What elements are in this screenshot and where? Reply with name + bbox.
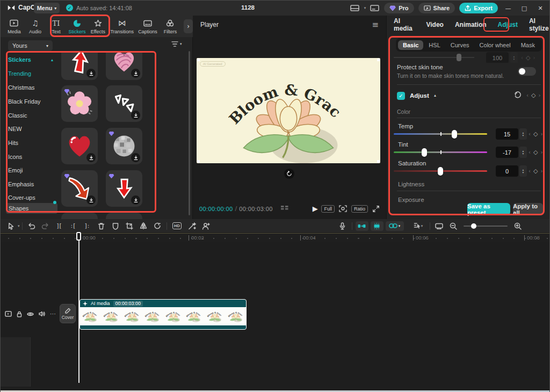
download-icon[interactable]	[86, 153, 96, 162]
mask-icon[interactable]	[108, 222, 122, 230]
tab-media[interactable]: Media	[4, 19, 25, 34]
saturation-slider[interactable]	[394, 170, 487, 172]
filter-button[interactable]: ▾	[171, 41, 182, 47]
sidebar-item-cover-ups[interactable]: Cover-ups	[8, 192, 56, 203]
crop-icon[interactable]	[122, 222, 136, 230]
sticker-tile-scribble-heart[interactable]	[106, 51, 142, 80]
sticker-tile-triangles[interactable]	[106, 85, 142, 122]
sticker-tile-pixel-moon[interactable]	[106, 128, 142, 164]
mirror-icon[interactable]	[136, 222, 150, 229]
download-icon[interactable]	[86, 195, 96, 205]
sticker-tile-red-arrow-down[interactable]	[106, 170, 142, 207]
library-scrollbar[interactable]	[189, 51, 190, 215]
tab-adjust[interactable]: Adjust	[498, 21, 518, 28]
fullscreen-icon[interactable]	[372, 205, 380, 213]
tint-stepper[interactable]: ▴▾	[519, 147, 527, 158]
lock-track-icon[interactable]	[17, 311, 22, 317]
undo-icon[interactable]	[25, 222, 39, 229]
delete-right-icon[interactable]: ]:	[81, 222, 95, 229]
protect-skin-tone-toggle[interactable]	[518, 67, 536, 76]
toggle-visibility-icon[interactable]	[27, 311, 34, 317]
tab-animation[interactable]: Animation	[455, 21, 487, 28]
cover-button[interactable]: Cover	[60, 304, 76, 323]
menu-button[interactable]: Menu ▾	[34, 3, 60, 13]
sidebar-item-shapes[interactable]: Shapes	[6, 203, 57, 214]
sidebar-item-trending[interactable]: Trending	[8, 68, 56, 79]
share-button[interactable]: Share	[418, 3, 455, 13]
temp-value[interactable]: 15	[496, 128, 518, 140]
timeline-ruler[interactable]: 00:00 00:02 00:04 00:06 00:08	[1, 233, 550, 242]
sidebar-item-emoji[interactable]: Emoji	[8, 165, 56, 176]
reset-icon[interactable]	[514, 91, 522, 99]
zoom-out-icon[interactable]	[446, 222, 460, 230]
download-icon[interactable]	[131, 195, 140, 205]
zoom-in-icon[interactable]	[511, 222, 525, 230]
panel-layout-icon[interactable]	[370, 4, 380, 12]
cursor-mode-icon[interactable]: ▾	[409, 222, 428, 229]
playhead-line[interactable]	[78, 234, 79, 383]
tab-captions[interactable]: Captions	[136, 19, 160, 34]
sidebar-item-classic[interactable]: Classic	[8, 110, 56, 121]
player-menu-icon[interactable]: ≡	[372, 20, 379, 30]
main-track-magnet-icon[interactable]	[356, 221, 368, 231]
sticker-tile-curved-arrow[interactable]	[61, 170, 98, 207]
mute-track-icon[interactable]	[39, 311, 45, 317]
auto-preview-icon[interactable]	[371, 221, 383, 231]
play-button[interactable]: ▶	[313, 205, 318, 213]
selection-handle[interactable]	[377, 59, 380, 61]
rotate-handle[interactable]	[284, 169, 294, 179]
tab-ai-stylize[interactable]: AI stylize	[529, 17, 550, 32]
temp-keyframe-controls[interactable]: ‹◇›	[529, 130, 542, 137]
sticker-tile-partial-2[interactable]	[106, 213, 142, 219]
tab-video[interactable]: Video	[426, 21, 443, 28]
temp-slider[interactable]	[394, 133, 487, 135]
rotate-clip-icon[interactable]	[150, 222, 164, 229]
tab-ai-media[interactable]: AI media	[394, 17, 415, 32]
adjust-enable-checkbox[interactable]: ✓	[397, 92, 405, 100]
tab-stickers[interactable]: Stickers	[67, 19, 88, 34]
subtab-mask[interactable]: Mask	[516, 40, 540, 50]
maximize-button[interactable]: □	[518, 5, 530, 12]
ratio-button[interactable]: Ratio	[351, 205, 368, 213]
retouch-icon[interactable]	[199, 222, 213, 230]
delete-icon[interactable]	[95, 222, 108, 230]
saturation-value[interactable]: 0	[496, 165, 518, 177]
download-icon[interactable]	[86, 69, 96, 78]
tint-keyframe-controls[interactable]: ‹◇›	[529, 149, 542, 156]
sidebar-item-hits[interactable]: Hits	[8, 137, 56, 148]
zoom-slider-knob[interactable]	[471, 223, 476, 229]
hd-quality-icon[interactable]: HD	[169, 222, 185, 229]
saturation-stepper[interactable]: ▴▾	[519, 165, 527, 177]
tab-effects[interactable]: Effects	[88, 19, 108, 34]
sidebar-item-emphasis[interactable]: Emphasis	[8, 179, 56, 190]
tint-slider-handle[interactable]	[422, 148, 427, 157]
split-icon[interactable]: ][	[53, 222, 67, 229]
save-as-preset-button[interactable]: Save as preset	[467, 203, 510, 215]
keyframe-controls[interactable]: ‹◇›	[526, 92, 540, 99]
subtab-basic[interactable]: Basic	[398, 40, 423, 50]
sticker-tile-red-arrow-up[interactable]	[61, 51, 98, 80]
sidebar-item-black-friday[interactable]: Black Friday	[8, 96, 56, 107]
tab-transitions[interactable]: ⋈ Transitions	[108, 19, 136, 34]
expand-tabs-button[interactable]: ›	[184, 19, 193, 33]
temp-slider-handle[interactable]	[452, 130, 457, 139]
collapse-section-icon[interactable]: ▴	[434, 93, 436, 98]
tint-slider[interactable]	[394, 151, 487, 153]
yours-dropdown[interactable]: Yours ▾	[8, 40, 53, 51]
zoom-fit-icon[interactable]	[339, 205, 347, 213]
pro-badge[interactable]: Pro	[384, 3, 414, 13]
select-tool-icon[interactable]	[4, 222, 18, 230]
selection-handle[interactable]	[197, 160, 200, 163]
minimize-button[interactable]: —	[502, 5, 514, 12]
frame-preview-icon[interactable]	[280, 205, 289, 212]
download-icon[interactable]	[131, 69, 140, 78]
redo-icon[interactable]	[39, 222, 53, 229]
temp-stepper[interactable]: ▴▾	[519, 128, 527, 140]
track-options-icon[interactable]	[432, 223, 446, 229]
subtab-hsl[interactable]: HSL	[424, 40, 445, 50]
sidebar-item-christmas[interactable]: Christmas	[8, 82, 56, 93]
magic-wand-icon[interactable]	[185, 222, 199, 230]
preview-canvas[interactable]: AI Generated	[197, 58, 380, 163]
more-track-options-icon[interactable]: ⋯	[50, 310, 56, 317]
tab-audio[interactable]: ♫ Audio	[25, 19, 46, 34]
